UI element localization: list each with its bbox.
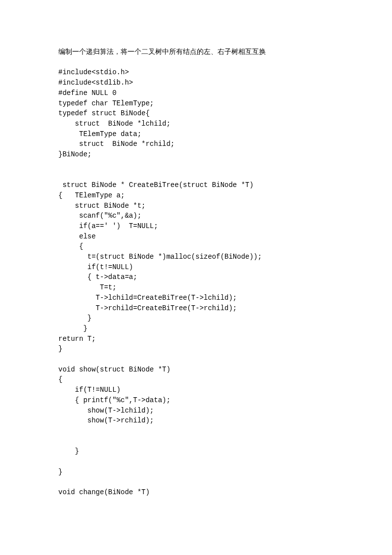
code-line: else (58, 231, 334, 242)
code-line: t=(struct BiNode *)malloc(sizeof(BiNode)… (58, 252, 334, 262)
code-line (58, 354, 334, 365)
code-line: } (58, 446, 334, 457)
code-line: } (58, 467, 334, 477)
code-line: if(t!=NULL) (58, 262, 334, 273)
code-line: { printf("%c",T->data); (58, 395, 334, 406)
code-line: if(T!=NULL) (58, 385, 334, 395)
code-line: T->rchild=CreateBiTree(T->rchild); (58, 303, 334, 314)
code-line: #define NULL 0 (58, 88, 334, 98)
code-line: typedef char TElemType; (58, 98, 334, 109)
code-line: struct BiNode *lchild; (58, 119, 334, 129)
code-line: void show(struct BiNode *T) (58, 365, 334, 375)
code-line: #include<stdlib.h> (58, 78, 334, 88)
code-line: struct BiNode *rchild; (58, 139, 334, 149)
code-line: #include<stdio.h> (58, 67, 334, 78)
code-line (58, 160, 334, 170)
code-line: { t->data=a; (58, 272, 334, 282)
code-line: T=t; (58, 282, 334, 293)
code-line: { (58, 241, 334, 252)
code-line: show(T->rchild); (58, 416, 334, 426)
code-line: } (58, 313, 334, 324)
code-line (58, 426, 334, 436)
code-line (58, 170, 334, 180)
code-line: } (58, 324, 334, 334)
code-line: T->lchild=CreateBiTree(T->lchild); (58, 293, 334, 303)
document-page: 编制一个递归算法，将一个二叉树中所有结点的左、右子树相互互换#include<s… (0, 0, 392, 498)
code-line: scanf("%c",&a); (58, 211, 334, 221)
code-line: { TElemType a; (58, 190, 334, 201)
code-line (58, 57, 334, 68)
code-line: void change(BiNode *T) (58, 487, 334, 498)
code-line: TElemType data; (58, 129, 334, 139)
code-line: typedef struct BiNode{ (58, 108, 334, 119)
code-line: }BiNode; (58, 149, 334, 160)
code-line: show(T->lchild); (58, 406, 334, 416)
code-line (58, 457, 334, 467)
code-line: struct BiNode *t; (58, 201, 334, 211)
code-line (58, 477, 334, 487)
code-line: { (58, 374, 334, 385)
code-line: } (58, 344, 334, 354)
code-line: if(a==' ') T=NULL; (58, 221, 334, 231)
code-line: struct BiNode * CreateBiTree(struct BiNo… (58, 180, 334, 190)
code-line: 编制一个递归算法，将一个二叉树中所有结点的左、右子树相互互换 (58, 47, 334, 57)
code-line: return T; (58, 334, 334, 344)
code-line (58, 436, 334, 447)
